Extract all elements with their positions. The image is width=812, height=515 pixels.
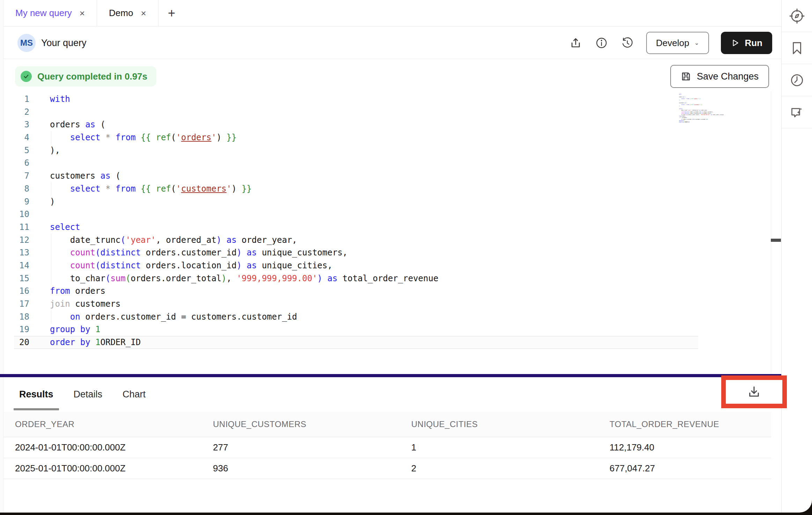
line-number: 1: [14, 93, 29, 106]
line-number: 4: [14, 131, 29, 144]
column-header[interactable]: ORDER_YEAR: [3, 419, 201, 429]
column-header[interactable]: UNIQUE_CITIES: [400, 419, 598, 429]
code-line-7[interactable]: 7customers as (: [14, 170, 698, 182]
table-row[interactable]: 2025-01-01T00:00:00.000Z 936 2 677,047.2…: [3, 458, 771, 479]
right-icon-sidebar: [781, 0, 812, 513]
code-text: count(distinct orders.location_id) as un…: [50, 259, 332, 272]
avatar[interactable]: MS: [17, 34, 36, 52]
info-icon[interactable]: [595, 36, 608, 50]
save-changes-button[interactable]: Save Changes: [670, 65, 769, 88]
run-button[interactable]: Run: [721, 32, 772, 54]
results-tab-bar: Results Details Chart: [3, 377, 781, 412]
code-line-17[interactable]: 17join customers: [14, 298, 698, 311]
code-line-18[interactable]: 18 on orders.customer_id = customers.cus…: [14, 311, 698, 323]
line-number: 6: [14, 157, 29, 170]
cell-unique-customers: 936: [201, 463, 400, 474]
scrollbar-thumb[interactable]: [771, 239, 781, 242]
cell-unique-cities: 2: [400, 463, 598, 474]
tab-my-new-query[interactable]: My new query ×: [3, 0, 97, 26]
history-icon[interactable]: [620, 36, 634, 50]
download-icon[interactable]: [747, 385, 761, 399]
code-line-12[interactable]: 12 date_trunc('year', ordered_at) as ord…: [14, 234, 698, 247]
line-number: 2: [14, 106, 29, 119]
compass-icon[interactable]: [782, 0, 812, 32]
line-number: 15: [14, 272, 29, 285]
line-number: 14: [14, 259, 29, 272]
bookmark-icon[interactable]: [782, 32, 812, 64]
results-table: ORDER_YEAR UNIQUE_CUSTOMERS UNIQUE_CITIE…: [3, 412, 771, 479]
query-header: MS Your query: [3, 27, 781, 59]
tab-label: My new query: [15, 8, 72, 18]
table-header-row: ORDER_YEAR UNIQUE_CUSTOMERS UNIQUE_CITIE…: [3, 412, 771, 437]
code-line-15[interactable]: 15 to_char(sum(orders.order_total), '999…: [14, 272, 698, 285]
cell-total-order-revenue: 677,047.27: [598, 463, 771, 474]
line-number: 11: [14, 221, 29, 234]
code-line-16[interactable]: 16from orders: [14, 285, 698, 298]
status-text: Query completed in 0.97s: [37, 71, 147, 82]
develop-button[interactable]: Develop ⌄: [646, 32, 709, 54]
tab-label: Demo: [109, 8, 133, 18]
panel-divider[interactable]: [0, 374, 781, 377]
close-icon[interactable]: ×: [80, 9, 85, 18]
left-edge-strip: [0, 0, 3, 513]
tab-bar: My new query × Demo × +: [3, 0, 781, 27]
new-tab-button[interactable]: +: [158, 0, 185, 26]
code-line-5[interactable]: 5),: [14, 144, 698, 157]
table-row[interactable]: 2024-01-01T00:00:00.000Z 277 1 112,179.4…: [3, 437, 771, 458]
code-text: group by 1: [50, 323, 101, 336]
code-text: from orders: [50, 285, 105, 298]
status-row: Query completed in 0.97s Save Changes: [3, 59, 781, 91]
code-line-1[interactable]: 1with: [14, 93, 698, 106]
tab-demo[interactable]: Demo ×: [97, 0, 158, 26]
code-line-20[interactable]: 20order by 1ORDER_ID: [679, 121, 742, 123]
query-status-badge: Query completed in 0.97s: [15, 66, 156, 87]
header-actions: Develop ⌄ Run: [569, 27, 772, 59]
code-line-11[interactable]: 11select: [14, 221, 698, 234]
code-text: with: [50, 93, 70, 106]
code-text: join customers: [50, 298, 120, 311]
code-line-2[interactable]: 2: [14, 106, 698, 119]
line-number: 17: [14, 298, 29, 311]
tab-chart[interactable]: Chart: [123, 377, 146, 412]
tab-details[interactable]: Details: [74, 377, 103, 412]
run-label: Run: [745, 38, 762, 48]
line-number: 19: [14, 323, 29, 336]
line-number: 3: [14, 118, 29, 131]
code-text: on orders.customer_id = customers.custom…: [50, 311, 297, 323]
code-line-14[interactable]: 14 count(distinct orders.location_id) as…: [14, 259, 698, 272]
cell-unique-cities: 1: [400, 442, 598, 453]
minimap[interactable]: 1with23orders as (4 select * from {{ ref…: [679, 94, 742, 126]
code-text: select * from {{ ref('orders') }}: [50, 131, 237, 144]
share-icon[interactable]: [569, 36, 583, 50]
clock-icon[interactable]: [782, 64, 812, 96]
code-text: order by 1ORDER_ID: [50, 336, 141, 349]
code-line-19[interactable]: 19group by 1: [14, 323, 698, 336]
code-line-6[interactable]: 6: [14, 157, 698, 170]
column-header[interactable]: UNIQUE_CUSTOMERS: [201, 419, 400, 429]
code-line-20[interactable]: 20order by 1ORDER_ID: [14, 336, 698, 349]
cell-order-year: 2025-01-01T00:00:00.000Z: [3, 463, 201, 474]
ai-chat-icon[interactable]: [782, 96, 812, 128]
code-text: date_trunc('year', ordered_at) as order_…: [50, 234, 297, 247]
save-label: Save Changes: [697, 71, 759, 82]
develop-label: Develop: [656, 38, 689, 48]
code-line-13[interactable]: 13 count(distinct orders.customer_id) as…: [14, 246, 698, 259]
cell-order-year: 2024-01-01T00:00:00.000Z: [3, 442, 201, 453]
sql-editor[interactable]: 1with23orders as (4 select * from {{ ref…: [3, 91, 771, 374]
code-text: customers as (: [50, 170, 120, 182]
column-header[interactable]: TOTAL_ORDER_REVENUE: [598, 419, 771, 429]
code-line-9[interactable]: 9): [14, 195, 698, 208]
tab-results[interactable]: Results: [19, 377, 53, 412]
line-number: 10: [14, 208, 29, 221]
code-text: to_char(sum(orders.order_total), '999,99…: [50, 272, 438, 285]
code-line-3[interactable]: 3orders as (: [14, 118, 698, 131]
code-lines[interactable]: 1with23orders as (4 select * from {{ ref…: [14, 93, 698, 349]
code-line-8[interactable]: 8 select * from {{ ref('customers') }}: [14, 182, 698, 195]
code-line-10[interactable]: 10: [14, 208, 698, 221]
line-number: 13: [14, 246, 29, 259]
close-icon[interactable]: ×: [141, 9, 146, 18]
code-line-4[interactable]: 4 select * from {{ ref('orders') }}: [14, 131, 698, 144]
page-title: Your query: [41, 27, 87, 59]
cell-total-order-revenue: 112,179.40: [598, 442, 771, 453]
save-icon: [681, 71, 691, 82]
